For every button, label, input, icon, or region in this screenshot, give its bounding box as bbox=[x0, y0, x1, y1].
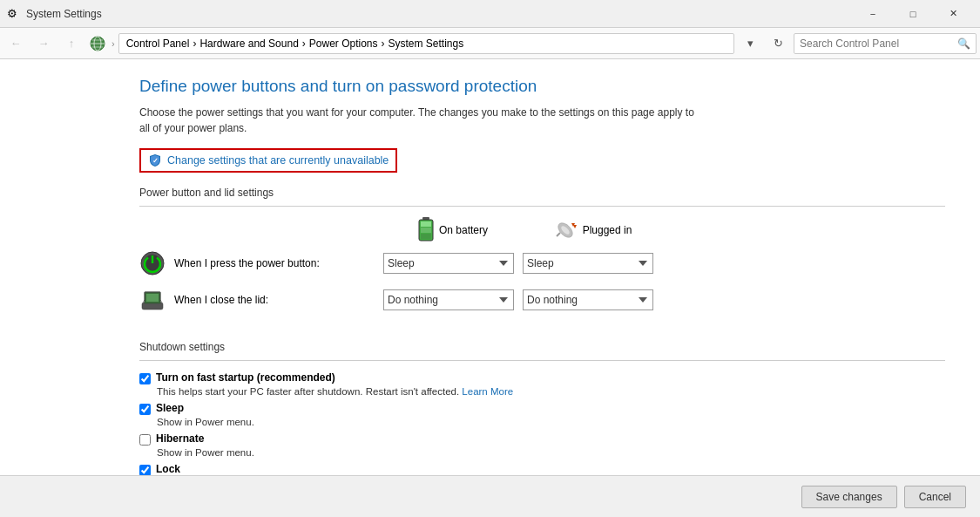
footer: Save changes Cancel bbox=[0, 475, 980, 517]
cancel-button[interactable]: Cancel bbox=[904, 486, 966, 508]
fast-startup-sub: This helps start your PC faster after sh… bbox=[157, 386, 945, 397]
path-control-panel: Control Panel bbox=[126, 37, 190, 50]
power-button-icon bbox=[139, 250, 166, 276]
back-button[interactable]: ← bbox=[3, 31, 28, 56]
svg-line-13 bbox=[557, 233, 560, 236]
plugged-icon bbox=[553, 221, 578, 240]
power-button-section-label: Power button and lid settings bbox=[139, 187, 945, 199]
lock-bold-label: Lock bbox=[156, 463, 180, 475]
close-lid-row: When I close the lid: Do nothing Sleep H… bbox=[139, 287, 945, 313]
address-bar: ← → ↑ › Control Panel › Hardware and Sou… bbox=[0, 28, 980, 59]
maximize-button[interactable]: □ bbox=[893, 0, 933, 28]
fast-startup-checkbox[interactable] bbox=[139, 373, 151, 384]
path-separator-1: › bbox=[112, 38, 115, 49]
sleep-row: Sleep bbox=[139, 402, 945, 415]
sleep-label[interactable]: Sleep bbox=[156, 402, 184, 414]
lock-row: Lock bbox=[139, 463, 945, 475]
close-lid-label: When I close the lid: bbox=[139, 287, 383, 313]
page-title: Define power buttons and turn on passwor… bbox=[139, 77, 945, 96]
refresh-button[interactable]: ↻ bbox=[766, 31, 790, 56]
path-hardware-sound: Hardware and Sound bbox=[199, 37, 298, 50]
change-settings-text: Change settings that are currently unava… bbox=[167, 154, 389, 167]
search-box[interactable]: 🔍 bbox=[794, 33, 977, 54]
window-title: System Settings bbox=[26, 8, 853, 20]
page-description: Choose the power settings that you want … bbox=[139, 105, 706, 136]
title-bar: ⚙ System Settings − □ ✕ bbox=[0, 0, 980, 28]
hibernate-checkbox[interactable] bbox=[139, 434, 151, 446]
on-battery-header: On battery bbox=[383, 217, 523, 243]
up-button[interactable]: ↑ bbox=[59, 31, 84, 56]
path-system-settings: System Settings bbox=[389, 37, 464, 50]
search-input[interactable] bbox=[800, 37, 954, 50]
shutdown-section-label: Shutdown settings bbox=[139, 341, 945, 353]
learn-more-link[interactable]: Learn More bbox=[462, 386, 513, 397]
svg-rect-10 bbox=[421, 234, 431, 239]
close-button[interactable]: ✕ bbox=[933, 0, 973, 28]
sleep-sub: Show in Power menu. bbox=[157, 417, 945, 427]
svg-rect-9 bbox=[421, 228, 431, 233]
hibernate-bold-label: Hibernate bbox=[156, 432, 204, 445]
minimize-button[interactable]: − bbox=[853, 0, 893, 28]
svg-marker-15 bbox=[573, 225, 577, 228]
forward-button[interactable]: → bbox=[31, 31, 56, 56]
battery-icon bbox=[418, 217, 434, 243]
change-settings-link[interactable]: ✓ Change settings that are currently una… bbox=[139, 148, 397, 173]
power-button-plugged-in-select[interactable]: Do nothing Sleep Hibernate Shut down Tur… bbox=[523, 253, 653, 274]
address-path[interactable]: Control Panel › Hardware and Sound › Pow… bbox=[118, 33, 734, 54]
home-icon bbox=[89, 35, 106, 52]
shutdown-section: Shutdown settings Turn on fast startup (… bbox=[139, 341, 945, 475]
power-settings-area: Power button and lid settings On battery bbox=[139, 187, 945, 323]
section-divider-1 bbox=[139, 206, 945, 207]
hibernate-row: Hibernate bbox=[139, 432, 945, 446]
shield-icon: ✓ bbox=[148, 153, 162, 167]
window-controls: − □ ✕ bbox=[853, 0, 973, 28]
hibernate-label[interactable]: Hibernate bbox=[156, 432, 204, 445]
dropdown-button[interactable]: ▾ bbox=[738, 31, 762, 56]
search-icon: 🔍 bbox=[957, 37, 970, 50]
plugged-in-header: Plugged in bbox=[523, 221, 662, 240]
lid-plugged-in-select[interactable]: Do nothing Sleep Hibernate Shut down Tur… bbox=[523, 289, 653, 310]
section-divider-2 bbox=[139, 360, 945, 361]
path-power-options: Power Options bbox=[309, 37, 378, 50]
lid-on-battery-select[interactable]: Do nothing Sleep Hibernate Shut down Tur… bbox=[383, 289, 514, 310]
hibernate-sub: Show in Power menu. bbox=[157, 447, 945, 458]
app-icon: ⚙ bbox=[7, 7, 21, 21]
fast-startup-row: Turn on fast startup (recommended) bbox=[139, 371, 945, 384]
fast-startup-label[interactable]: Turn on fast startup (recommended) bbox=[156, 371, 335, 384]
save-changes-button[interactable]: Save changes bbox=[801, 486, 897, 508]
column-headers: On battery Plugged in bbox=[139, 217, 945, 243]
main-content: Define power buttons and turn on passwor… bbox=[0, 59, 980, 475]
power-button-row: When I press the power button: Do nothin… bbox=[139, 250, 945, 276]
svg-rect-8 bbox=[421, 221, 431, 227]
lock-label[interactable]: Lock bbox=[156, 463, 180, 475]
power-button-label: When I press the power button: bbox=[139, 250, 383, 276]
svg-rect-20 bbox=[146, 294, 159, 302]
sleep-checkbox[interactable] bbox=[139, 404, 151, 415]
lid-icon bbox=[139, 287, 166, 313]
fast-startup-bold-label: Turn on fast startup (recommended) bbox=[156, 371, 335, 384]
power-button-on-battery-select[interactable]: Do nothing Sleep Hibernate Shut down Tur… bbox=[383, 253, 514, 274]
svg-text:✓: ✓ bbox=[152, 157, 159, 165]
sleep-bold-label: Sleep bbox=[156, 402, 184, 414]
lock-checkbox[interactable] bbox=[139, 465, 151, 475]
